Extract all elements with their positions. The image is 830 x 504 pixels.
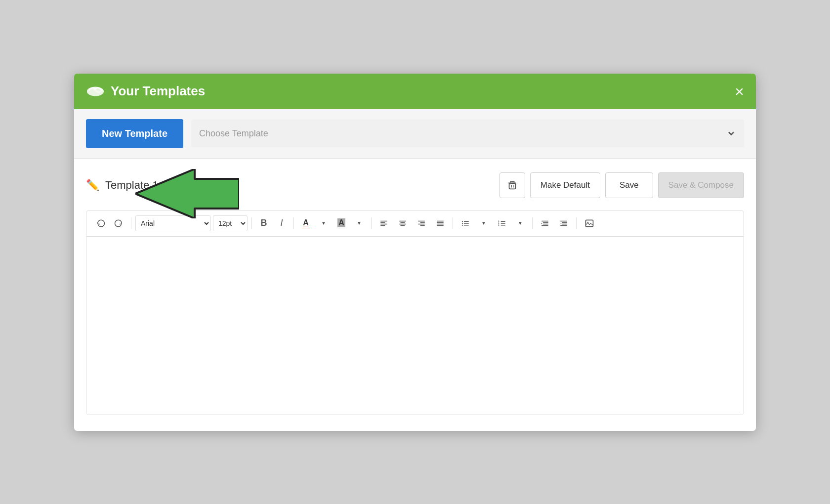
template-name-area: ✏️ Template 1 <box>86 179 159 192</box>
undo-icon <box>96 219 105 228</box>
editor-content-area[interactable] <box>86 237 744 415</box>
modal-toolbar: New Template Choose Template Template 1 <box>74 109 756 159</box>
align-right-button[interactable] <box>413 215 430 231</box>
choose-template-select[interactable]: Choose Template Template 1 <box>191 120 744 147</box>
modal-body: ✏️ Template 1 Ma <box>74 159 756 431</box>
undo-redo-group <box>92 215 127 231</box>
text-color-icon: A <box>303 218 309 227</box>
logo-icon <box>86 82 105 101</box>
header-left: Your Templates <box>86 82 205 101</box>
align-center-button[interactable] <box>394 215 411 231</box>
align-left-icon <box>379 219 388 228</box>
template-actions: Make Default Save Save & Compose <box>499 172 744 198</box>
separator-4 <box>371 217 372 229</box>
redo-icon <box>114 219 123 228</box>
svg-rect-3 <box>509 183 515 189</box>
template-row: ✏️ Template 1 Ma <box>86 172 744 198</box>
svg-rect-42 <box>586 220 593 226</box>
delete-template-button[interactable] <box>499 172 525 198</box>
text-color-button[interactable]: A <box>298 215 314 231</box>
modal-header: Your Templates × <box>74 74 756 109</box>
svg-point-23 <box>462 222 463 223</box>
bold-icon: B <box>261 218 267 228</box>
ol-dropdown-arrow: ▼ <box>518 220 523 226</box>
templates-modal: Your Templates × New Template Choose Tem… <box>74 74 756 431</box>
text-color-dropdown-arrow: ▼ <box>321 220 326 226</box>
save-compose-button[interactable]: Save & Compose <box>658 172 744 198</box>
close-button[interactable]: × <box>735 84 744 99</box>
indent-button[interactable] <box>555 215 572 231</box>
svg-marker-1 <box>135 169 239 218</box>
ordered-list-button[interactable]: 1. 2. 3. <box>494 215 510 231</box>
align-center-icon <box>398 219 407 228</box>
svg-text:3.: 3. <box>498 223 500 226</box>
text-color-dropdown[interactable]: ▼ <box>316 215 332 231</box>
unordered-list-dropdown[interactable]: ▼ <box>476 215 492 231</box>
text-color-swatch <box>302 228 310 228</box>
edit-icon[interactable]: ✏️ <box>86 179 99 192</box>
outdent-icon <box>540 219 549 228</box>
highlight-dropdown[interactable]: ▼ <box>351 215 367 231</box>
image-icon <box>584 218 594 228</box>
green-arrow-icon <box>135 169 239 218</box>
unordered-list-icon <box>461 219 470 228</box>
ordered-list-icon: 1. 2. 3. <box>498 219 506 228</box>
outdent-button[interactable] <box>537 215 553 231</box>
highlight-color-swatch <box>337 228 345 228</box>
trash-icon <box>507 180 518 191</box>
italic-icon: I <box>280 218 283 228</box>
svg-point-24 <box>462 224 463 225</box>
indent-icon <box>559 219 568 228</box>
italic-button[interactable]: I <box>274 215 290 231</box>
save-button[interactable]: Save <box>605 172 653 198</box>
modal-title: Your Templates <box>111 84 205 99</box>
bold-button[interactable]: B <box>256 215 272 231</box>
align-right-icon <box>417 219 426 228</box>
unordered-list-button[interactable] <box>457 215 474 231</box>
separator-5 <box>453 217 453 229</box>
separator-7 <box>576 217 577 229</box>
separator-3 <box>293 217 294 229</box>
svg-point-22 <box>462 221 463 222</box>
ordered-list-dropdown[interactable]: ▼ <box>512 215 528 231</box>
align-justify-icon <box>436 219 445 228</box>
new-template-button[interactable]: New Template <box>86 119 183 148</box>
insert-image-button[interactable] <box>581 215 598 231</box>
highlight-color-button[interactable]: A <box>333 215 349 231</box>
align-left-button[interactable] <box>375 215 392 231</box>
make-default-button[interactable]: Make Default <box>530 172 600 198</box>
separator-6 <box>532 217 533 229</box>
ul-dropdown-arrow: ▼ <box>481 220 486 226</box>
separator-1 <box>131 217 131 229</box>
redo-button[interactable] <box>110 215 127 231</box>
align-justify-button[interactable] <box>432 215 449 231</box>
highlight-dropdown-arrow: ▼ <box>357 220 362 226</box>
undo-button[interactable] <box>92 215 109 231</box>
editor-container: Arial Times New Roman Courier Georgia 8p… <box>86 210 744 415</box>
separator-2 <box>251 217 252 229</box>
highlight-icon: A <box>337 218 345 227</box>
